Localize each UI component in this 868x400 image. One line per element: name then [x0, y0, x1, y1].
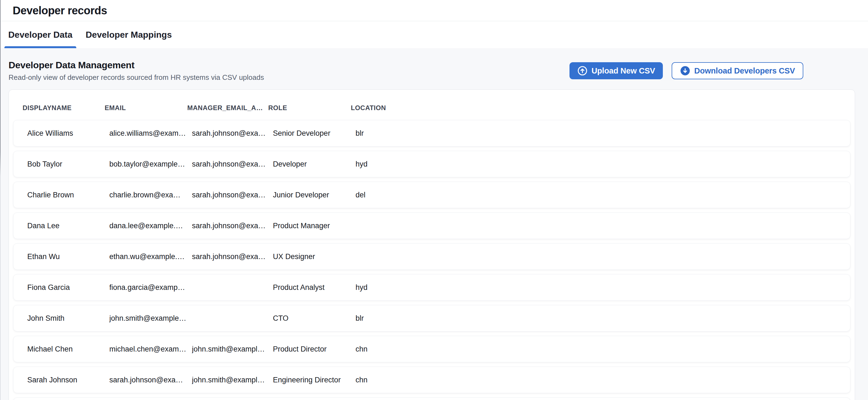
cell-email: fiona.garcia@exampl…: [109, 283, 192, 292]
cell-manager_email: sarah.johnson@exam…: [192, 252, 273, 261]
cell-location: blr: [355, 314, 836, 322]
cell-display_name: Sarah Johnson: [27, 376, 109, 384]
cell-location: hyd: [355, 283, 836, 292]
column-header-email: EMAIL: [105, 104, 187, 112]
cell-email: michael.chen@examp…: [109, 345, 192, 353]
tab-bar: Developer DataDeveloper Mappings: [0, 21, 868, 48]
circle-arrow-down-icon: [680, 65, 690, 76]
table-header-row: DISPLAYNAMEEMAILMANAGER_EMAIL_ADDRE…ROLE…: [9, 90, 855, 120]
upload-csv-label: Upload New CSV: [591, 66, 655, 75]
cell-display_name: John Smith: [27, 314, 109, 322]
column-header-display_name: DISPLAYNAME: [23, 104, 105, 112]
cell-manager_email: sarah.johnson@exam…: [192, 191, 273, 199]
table-row: Fiona Garciafiona.garcia@exampl…Product …: [13, 274, 850, 301]
cell-location: chn: [355, 376, 836, 384]
cell-location: hyd: [355, 160, 836, 168]
cell-manager_email: john.smith@example.…: [192, 345, 273, 353]
cell-role: UX Designer: [273, 252, 355, 261]
cell-role: Junior Developer: [273, 191, 355, 199]
cell-role: Product Analyst: [273, 283, 355, 292]
section-titles: Developer Data Management Read-only view…: [8, 60, 264, 82]
cell-email: john.smith@example.…: [109, 314, 192, 322]
cell-display_name: Charlie Brown: [27, 191, 109, 199]
tab-label: Developer Mappings: [86, 30, 172, 40]
upload-csv-button[interactable]: Upload New CSV: [569, 62, 663, 79]
window-left-edge: [0, 0, 1, 400]
cell-email: sarah.johnson@exam…: [109, 376, 192, 384]
table-row: Charlie Browncharlie.brown@exam…sarah.jo…: [13, 182, 850, 208]
cell-location: blr: [355, 129, 836, 137]
tab-developer-mappings[interactable]: Developer Mappings: [82, 21, 176, 48]
table-row: Bob Taylorbob.taylor@example.…sarah.john…: [13, 151, 850, 177]
table-row: John Smithjohn.smith@example.…CTOblr: [13, 305, 850, 332]
cell-manager_email: john.smith@example.…: [192, 376, 273, 384]
cell-role: Developer: [273, 160, 355, 168]
cell-display_name: Bob Taylor: [27, 160, 109, 168]
section-heading: Developer Data Management: [8, 60, 264, 70]
cell-manager_email: sarah.johnson@exam…: [192, 222, 273, 230]
section-header: Developer Data Management Read-only view…: [8, 48, 855, 90]
developer-table-card: DISPLAYNAMEEMAILMANAGER_EMAIL_ADDRE…ROLE…: [8, 90, 855, 400]
table-row-partial: [13, 398, 850, 400]
column-header-role: ROLE: [268, 104, 351, 112]
table-row: Ethan Wuethan.wu@example.c…sarah.johnson…: [13, 243, 850, 270]
page-title: Developer records: [13, 4, 107, 17]
column-header-location: LOCATION: [351, 104, 841, 112]
cell-role: CTO: [273, 314, 355, 322]
cell-role: Product Manager: [273, 222, 355, 230]
cell-email: alice.williams@examp…: [109, 129, 192, 137]
active-tab-underline: [4, 46, 76, 48]
tab-developer-data[interactable]: Developer Data: [4, 21, 76, 48]
cell-manager_email: sarah.johnson@exam…: [192, 129, 273, 137]
cell-display_name: Fiona Garcia: [27, 283, 109, 292]
main-content: Developer Data Management Read-only view…: [0, 48, 868, 400]
download-csv-button[interactable]: Download Developers CSV: [672, 62, 803, 79]
section-subheading: Read-only view of developer records sour…: [8, 73, 264, 82]
cell-email: charlie.brown@exam…: [109, 191, 192, 199]
tab-label: Developer Data: [8, 30, 72, 40]
cell-manager_email: sarah.johnson@exam…: [192, 160, 273, 168]
cell-display_name: Alice Williams: [27, 129, 109, 137]
table-body: Alice Williamsalice.williams@examp…sarah…: [9, 120, 855, 400]
title-bar: Developer records: [0, 0, 868, 21]
cell-email: ethan.wu@example.c…: [109, 252, 192, 261]
cell-email: bob.taylor@example.…: [109, 160, 192, 168]
table-row: Alice Williamsalice.williams@examp…sarah…: [13, 120, 850, 147]
cell-email: dana.lee@example.c…: [109, 222, 192, 230]
cell-display_name: Dana Lee: [27, 222, 109, 230]
table-row: Michael Chenmichael.chen@examp…john.smit…: [13, 336, 850, 362]
cell-role: Senior Developer: [273, 129, 355, 137]
cell-display_name: Michael Chen: [27, 345, 109, 353]
cell-role: Product Director: [273, 345, 355, 353]
cell-display_name: Ethan Wu: [27, 252, 109, 261]
download-csv-label: Download Developers CSV: [694, 66, 795, 75]
header-actions: Upload New CSV Download Developers CSV: [569, 62, 803, 79]
table-row: Dana Leedana.lee@example.c…sarah.johnson…: [13, 213, 850, 239]
table-row: Sarah Johnsonsarah.johnson@exam…john.smi…: [13, 367, 850, 393]
column-header-manager_email: MANAGER_EMAIL_ADDRE…: [187, 104, 268, 112]
cell-location: chn: [355, 345, 836, 353]
circle-arrow-up-icon: [577, 65, 588, 76]
cell-role: Engineering Director: [273, 376, 355, 384]
cell-location: del: [355, 191, 836, 199]
